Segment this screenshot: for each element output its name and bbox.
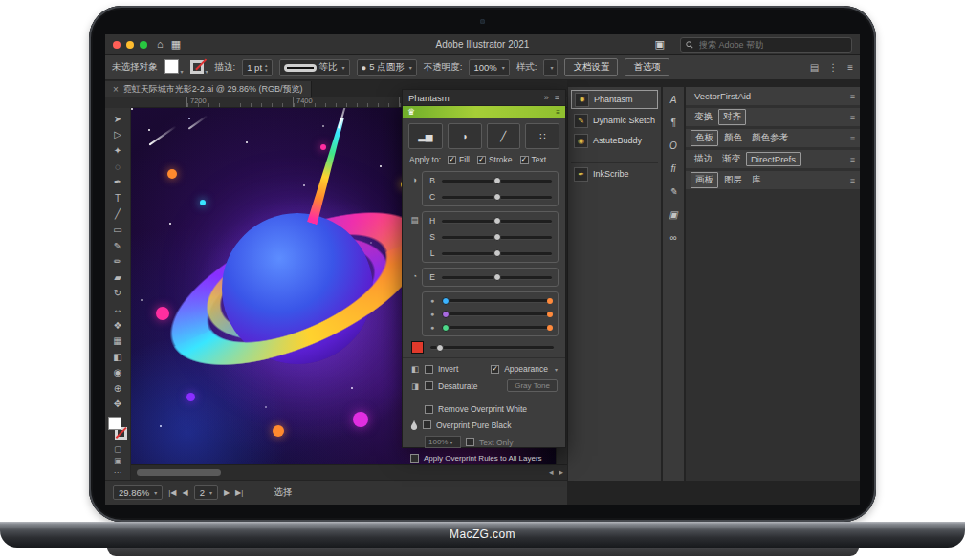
- screen-mode-icon[interactable]: ⋯: [106, 466, 129, 478]
- draw-behind-mode-icon[interactable]: ▣: [106, 455, 129, 466]
- panel-menu-icon[interactable]: ≡: [555, 93, 559, 102]
- horizontal-scrollbar[interactable]: ◂ ▸: [131, 464, 567, 480]
- slider-knob[interactable]: [493, 217, 501, 225]
- style-dropdown[interactable]: ▾: [543, 59, 558, 76]
- panel-tab[interactable]: 描边: [691, 152, 716, 166]
- apply-target-checkbox[interactable]: ✓Stroke: [477, 155, 513, 164]
- phantasm-settings-icon[interactable]: ≡: [556, 108, 560, 117]
- first-artboard-button[interactable]: |◀: [168, 488, 176, 497]
- preferences-button[interactable]: 首选项: [625, 58, 669, 76]
- artboard-dropdown[interactable]: 2▾: [194, 485, 218, 500]
- panel-tab[interactable]: DirectPrefs: [746, 152, 801, 166]
- apply-rules-checkbox[interactable]: [410, 454, 419, 463]
- character-panel-icon[interactable]: A: [665, 93, 682, 107]
- remove-overprint-checkbox[interactable]: [425, 405, 433, 414]
- slider-row[interactable]: L: [428, 248, 552, 258]
- panel-tab[interactable]: 图层: [720, 173, 746, 187]
- next-artboard-button[interactable]: ▶: [224, 488, 230, 497]
- lasso-tool-icon[interactable]: ◌: [106, 159, 129, 175]
- channel-knob[interactable]: [442, 324, 450, 332]
- home-icon[interactable]: ⌂: [157, 39, 164, 50]
- brush-dropdown[interactable]: ●5 点圆形▾: [357, 59, 417, 76]
- links-panel-icon[interactable]: ∞: [665, 230, 682, 245]
- app-bar-menu-icon[interactable]: ≡: [847, 62, 853, 73]
- plugin-item-phantasm[interactable]: ✹ Phantasm: [571, 90, 658, 109]
- pencil-tool-icon[interactable]: ✏: [106, 253, 129, 269]
- slider-row[interactable]: B: [428, 176, 552, 185]
- close-document-icon[interactable]: ×: [113, 84, 119, 95]
- magic-wand-tool-icon[interactable]: ✦: [106, 142, 129, 159]
- phantasm-header[interactable]: Phantasm » ≡: [403, 90, 565, 106]
- panel-menu-icon[interactable]: ≡: [850, 155, 855, 164]
- panel-tab[interactable]: 颜色参考: [748, 131, 792, 145]
- tint-slider-row[interactable]: [411, 341, 554, 354]
- channel-knob[interactable]: [442, 297, 450, 305]
- slider-row[interactable]: S: [428, 232, 552, 242]
- fill-indicator[interactable]: [108, 417, 121, 430]
- export-panel-icon[interactable]: ▣: [665, 207, 682, 222]
- halftone-mode-icon[interactable]: ∷: [525, 123, 559, 149]
- workspace-grid-icon[interactable]: ▦: [171, 39, 181, 50]
- last-artboard-button[interactable]: ▶|: [235, 488, 243, 497]
- panel-tab[interactable]: 画板: [691, 172, 718, 188]
- overprint-black-checkbox[interactable]: [423, 420, 431, 429]
- opacity-dropdown[interactable]: 100%▾: [469, 59, 509, 76]
- apply-target-checkbox[interactable]: ✓Text: [520, 155, 547, 164]
- direct-selection-tool-icon[interactable]: ▷: [106, 127, 129, 143]
- rotate-tool-icon[interactable]: ↻: [106, 286, 129, 302]
- plugin-item-inkscribe[interactable]: ✒ InkScribe: [571, 162, 658, 183]
- fill-swatch[interactable]: ▾: [164, 59, 184, 75]
- minimize-button[interactable]: [126, 41, 134, 49]
- brushes-panel-icon[interactable]: ✎: [665, 184, 682, 199]
- green-channel-slider[interactable]: ●: [428, 324, 552, 331]
- eyedropper-tool-icon[interactable]: ◉: [106, 365, 129, 381]
- paintbrush-tool-icon[interactable]: ✎: [106, 238, 129, 254]
- slider-knob[interactable]: [493, 273, 501, 281]
- document-setup-button[interactable]: 文档设置: [564, 58, 618, 76]
- panel-tab[interactable]: 对齐: [718, 109, 746, 125]
- slider-row[interactable]: E: [428, 272, 552, 282]
- zoom-button[interactable]: [140, 41, 147, 49]
- text-only-checkbox[interactable]: [466, 438, 474, 446]
- stroke-profile-dropdown[interactable]: 等比▾: [279, 59, 350, 76]
- panel-tab[interactable]: VectorFirstAid: [691, 90, 755, 102]
- panel-tab[interactable]: 变换: [691, 110, 716, 124]
- help-search[interactable]: [680, 37, 852, 53]
- search-input[interactable]: [697, 39, 846, 51]
- slider-knob[interactable]: [493, 233, 501, 241]
- gradient-tool-icon[interactable]: ◧: [106, 349, 129, 365]
- width-tool-icon[interactable]: ↔: [106, 301, 129, 317]
- eraser-tool-icon[interactable]: ▰: [106, 269, 129, 286]
- mesh-tool-icon[interactable]: ▦: [106, 333, 129, 349]
- arrange-documents-icon[interactable]: ⋮: [828, 62, 838, 73]
- horizontal-scroll-thumb[interactable]: [137, 469, 221, 476]
- workspace-switcher-icon[interactable]: ▤: [810, 62, 819, 73]
- rectangle-tool-icon[interactable]: ▭: [106, 222, 129, 238]
- panel-menu-icon[interactable]: ≡: [850, 92, 855, 101]
- line-tool-icon[interactable]: ╱: [106, 206, 129, 223]
- hand-tool-icon[interactable]: ✥: [106, 397, 129, 413]
- gray-tone-button[interactable]: Gray Tone: [507, 379, 558, 392]
- panel-tab[interactable]: 色板: [691, 130, 718, 146]
- draw-normal-mode-icon[interactable]: ▢: [106, 443, 129, 455]
- zoom-tool-icon[interactable]: ⊕: [106, 380, 129, 397]
- fill-stroke-indicator[interactable]: [108, 417, 127, 440]
- panel-menu-icon[interactable]: ≡: [850, 113, 855, 122]
- scroll-right-icon[interactable]: ▸: [559, 467, 563, 477]
- panel-menu-icon[interactable]: ≡: [850, 134, 855, 143]
- document-tab[interactable]: × 霓虹天际城市光影2-2.ai @ 29.86% (RGB/预览): [105, 81, 312, 97]
- selection-tool-icon[interactable]: ➤: [106, 111, 129, 127]
- panel-tab[interactable]: 颜色: [720, 131, 746, 145]
- plugin-item-astutebuddy[interactable]: ◉ AstuteBuddy: [571, 132, 658, 149]
- glyphs-panel-icon[interactable]: fi: [665, 162, 682, 176]
- window-layout-icon[interactable]: ▣: [655, 39, 665, 50]
- slider-knob[interactable]: [493, 177, 501, 184]
- zoom-dropdown[interactable]: 29.86%▾: [113, 485, 163, 500]
- tint-color-swatch[interactable]: [411, 341, 424, 354]
- opentype-panel-icon[interactable]: O: [665, 139, 682, 153]
- magenta-channel-slider[interactable]: ●: [428, 311, 552, 317]
- slider-knob[interactable]: [493, 249, 501, 257]
- curves-mode-icon[interactable]: ╱: [487, 123, 521, 149]
- invert-checkbox[interactable]: [425, 365, 433, 374]
- cyan-channel-slider[interactable]: ●: [428, 297, 552, 304]
